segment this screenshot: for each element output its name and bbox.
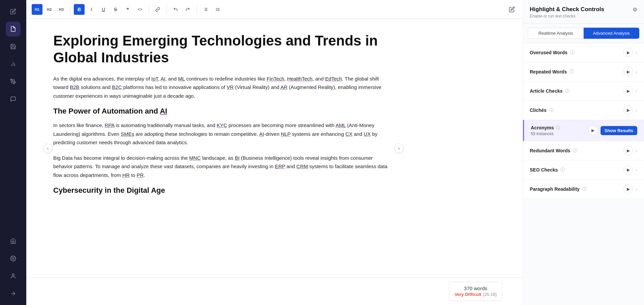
acronym-iot[interactable]: IoT bbox=[151, 76, 158, 82]
edit-mode-button[interactable] bbox=[507, 4, 517, 15]
code-button[interactable]: <> bbox=[134, 4, 145, 15]
acronym-fintech[interactable]: FinTech bbox=[267, 76, 284, 82]
sidebar-edit[interactable] bbox=[6, 4, 21, 19]
article-checks-label: Article Checks bbox=[530, 88, 562, 94]
overused-words-play[interactable]: ▶ bbox=[623, 48, 633, 57]
bold-button[interactable]: B bbox=[74, 4, 85, 15]
acronyms-play[interactable]: ▶ bbox=[588, 126, 598, 135]
acronym-ux[interactable]: UX bbox=[364, 131, 371, 137]
underline-button[interactable]: U bbox=[98, 4, 109, 15]
nav-arrow-left[interactable]: ‹ bbox=[43, 144, 53, 153]
acronym-kyc[interactable]: KYC bbox=[217, 122, 227, 128]
gear-button[interactable]: ⚙ bbox=[633, 6, 637, 13]
paragraph-1: As the digital era advances, the interpl… bbox=[53, 74, 390, 100]
tab-realtime[interactable]: Realtime Analysis bbox=[528, 28, 584, 39]
main-area: H1 H2 H3 B I U S ❝ <> bbox=[26, 0, 523, 305]
acronyms-info[interactable]: ⓘ bbox=[556, 125, 560, 131]
doc-body: As the digital era advances, the interpl… bbox=[53, 74, 390, 195]
seo-play[interactable]: ▶ bbox=[623, 165, 633, 175]
paragraph-2: In sectors like finance, RPA is automati… bbox=[53, 121, 390, 147]
acronym-b2c[interactable]: B2C bbox=[112, 84, 122, 90]
acronym-cx[interactable]: CX bbox=[345, 131, 352, 137]
quote-button[interactable]: ❝ bbox=[122, 4, 133, 15]
sidebar-settings[interactable] bbox=[6, 251, 21, 266]
panel-title: Highlight & Check Controls ⚙ bbox=[530, 6, 637, 13]
check-paragraph-readability[interactable]: Paragraph Readability ⓘ ▶ › bbox=[523, 180, 644, 199]
acronym-crm[interactable]: CRM bbox=[297, 163, 308, 169]
h3-button[interactable]: H3 bbox=[56, 4, 67, 15]
acronym-mnc[interactable]: MNC bbox=[189, 155, 201, 161]
tab-advanced[interactable]: Advanced Analysis bbox=[584, 28, 639, 39]
repeated-words-play[interactable]: ▶ bbox=[623, 67, 633, 77]
acronym-ai[interactable]: AI bbox=[161, 76, 165, 82]
overused-words-label: Overused Words bbox=[530, 50, 568, 55]
undo-button[interactable] bbox=[170, 4, 181, 15]
h2-button[interactable]: H2 bbox=[44, 4, 55, 15]
sidebar-home[interactable] bbox=[6, 234, 21, 248]
check-item-right: ▶ › bbox=[623, 48, 637, 57]
panel-subtitle: Enable or run text checks bbox=[530, 14, 637, 19]
numbered-list-button[interactable] bbox=[212, 4, 223, 15]
acronym-bi[interactable]: BI bbox=[235, 155, 240, 161]
editor-wrap: ‹ › Exploring Emerging Technologies and … bbox=[26, 19, 523, 277]
article-checks-play[interactable]: ▶ bbox=[623, 86, 633, 96]
cliches-play[interactable]: ▶ bbox=[623, 105, 633, 115]
check-redundant-words[interactable]: Redundant Words ⓘ ▶ › bbox=[523, 141, 644, 160]
repeated-words-info[interactable]: ⓘ bbox=[570, 69, 574, 75]
check-cliches[interactable]: Clichés ⓘ ▶ › bbox=[523, 101, 644, 120]
acronym-pr[interactable]: PR bbox=[137, 172, 144, 178]
acronym-aml[interactable]: AML bbox=[336, 122, 346, 128]
bullet-list-button[interactable] bbox=[200, 4, 211, 15]
paragraph-readability-chevron: › bbox=[636, 186, 637, 192]
sidebar-arrow[interactable] bbox=[6, 286, 21, 301]
redo-button[interactable] bbox=[182, 4, 193, 15]
link-button[interactable] bbox=[152, 4, 163, 15]
redundant-words-play[interactable]: ▶ bbox=[623, 146, 633, 155]
acronym-nlp[interactable]: NLP bbox=[281, 131, 290, 137]
sidebar-brush[interactable] bbox=[6, 74, 21, 89]
acronym-ml[interactable]: ML bbox=[178, 76, 185, 82]
sidebar-document[interactable] bbox=[6, 22, 21, 36]
check-seo[interactable]: SEO Checks ⓘ ▶ › bbox=[523, 160, 644, 180]
sidebar-analytics[interactable] bbox=[6, 57, 21, 71]
panel-header: Highlight & Check Controls ⚙ Enable or r… bbox=[523, 0, 644, 24]
acronym-healthtech[interactable]: HealthTech bbox=[287, 76, 312, 82]
check-items-list: Overused Words ⓘ ▶ › Repeated Words ⓘ ▶ … bbox=[523, 43, 644, 199]
italic-button[interactable]: I bbox=[86, 4, 97, 15]
right-panel: Highlight & Check Controls ⚙ Enable or r… bbox=[523, 0, 644, 305]
show-results-button[interactable]: Show Results bbox=[601, 126, 637, 135]
check-acronyms[interactable]: Acronyms ⓘ 55 instances ▶ Show Results bbox=[523, 120, 644, 141]
strikethrough-button[interactable]: S bbox=[110, 4, 121, 15]
paragraph-readability-info[interactable]: ⓘ bbox=[582, 186, 587, 192]
difficulty-label: Very Difficult (25.19) bbox=[455, 291, 497, 297]
check-item-right: ▶ Show Results bbox=[588, 126, 637, 135]
cliches-info[interactable]: ⓘ bbox=[549, 107, 554, 113]
seo-info[interactable]: ⓘ bbox=[560, 167, 565, 173]
acronym-vr[interactable]: VR bbox=[227, 84, 234, 90]
repeated-words-chevron: › bbox=[636, 69, 637, 74]
acronym-erp[interactable]: ERP bbox=[275, 163, 285, 169]
acronym-ar[interactable]: AR bbox=[280, 84, 287, 90]
sidebar-chat[interactable] bbox=[6, 92, 21, 106]
check-repeated-words[interactable]: Repeated Words ⓘ ▶ › bbox=[523, 62, 644, 82]
nav-arrow-right[interactable]: › bbox=[394, 144, 404, 153]
sidebar-save[interactable] bbox=[6, 39, 21, 54]
overused-words-info[interactable]: ⓘ bbox=[570, 50, 575, 56]
paragraph-readability-play[interactable]: ▶ bbox=[623, 184, 633, 194]
acronym-ai-heading[interactable]: AI bbox=[160, 107, 167, 115]
article-checks-chevron: › bbox=[636, 88, 637, 94]
acronym-b2b[interactable]: B2B bbox=[70, 84, 79, 90]
redundant-words-info[interactable]: ⓘ bbox=[573, 148, 577, 154]
sidebar-user[interactable] bbox=[6, 269, 21, 283]
acronym-rpa[interactable]: RPA bbox=[105, 122, 115, 128]
acronym-smes[interactable]: SMEs bbox=[121, 131, 134, 137]
overused-words-chevron: › bbox=[636, 50, 637, 55]
acronym-ai2[interactable]: AI bbox=[259, 131, 264, 137]
word-count-bar: 370 words Very Difficult (25.19) bbox=[26, 277, 523, 305]
check-overused-words[interactable]: Overused Words ⓘ ▶ › bbox=[523, 43, 644, 62]
acronym-hr[interactable]: HR bbox=[122, 172, 130, 178]
check-article-checks[interactable]: Article Checks ⓘ ▶ › bbox=[523, 82, 644, 101]
h1-button[interactable]: H1 bbox=[32, 4, 42, 15]
acronym-edtech[interactable]: EdTech bbox=[325, 76, 342, 82]
article-checks-info[interactable]: ⓘ bbox=[565, 88, 570, 94]
